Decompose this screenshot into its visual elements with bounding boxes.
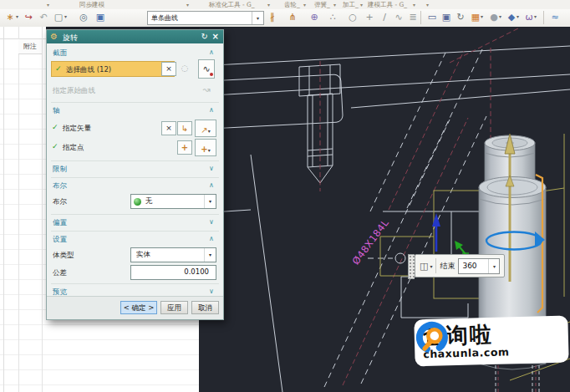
menu-item-standard-tools[interactable]: 标准化工具 - G_ bbox=[209, 1, 255, 9]
caret-icon[interactable]: ▾ bbox=[16, 13, 18, 19]
chevron-down-icon[interactable]: ▾ bbox=[252, 12, 263, 24]
collapse-chevron-icon[interactable]: ∧ bbox=[209, 48, 214, 56]
expand-chevron-icon[interactable]: ∨ bbox=[209, 165, 214, 172]
body-type-dropdown[interactable]: 实体 ▾ bbox=[130, 247, 216, 262]
undo-icon[interactable]: ↶ bbox=[37, 10, 50, 24]
show-hide-icon[interactable]: ◎ bbox=[77, 10, 90, 24]
plus-icon[interactable]: + bbox=[363, 10, 376, 24]
end-angle-value: 360 bbox=[462, 262, 476, 270]
limits-group-label: 限制 bbox=[53, 165, 67, 175]
menu-caret-icon[interactable]: ▾ bbox=[47, 2, 49, 8]
vector-deselect-button[interactable]: × bbox=[161, 121, 176, 135]
toolbar-separator bbox=[420, 11, 421, 24]
check-icon: ✓ bbox=[52, 142, 59, 150]
hook-arrow-icon: ↳ bbox=[181, 124, 188, 133]
menu-item-modeling-tools[interactable]: 建模工具 - G_ bbox=[368, 1, 407, 9]
menu-caret-icon[interactable]: ▾ bbox=[267, 2, 270, 8]
origin-curve-button[interactable]: ↝ bbox=[198, 82, 215, 99]
section-icon[interactable]: ≈ bbox=[548, 10, 562, 24]
settings-group-label: 设置 bbox=[53, 235, 67, 245]
snap-point-icon[interactable]: ⊕ bbox=[308, 10, 321, 24]
dialog-title-bar[interactable]: ⚙ 旋转 ↻ × bbox=[47, 30, 223, 43]
point-type-dropdown[interactable]: +▾ bbox=[195, 139, 216, 156]
menu-caret-icon[interactable]: ▾ bbox=[360, 2, 363, 8]
circle-icon[interactable]: ○ bbox=[346, 10, 359, 24]
menu-caret-icon[interactable]: ▾ bbox=[426, 2, 429, 8]
divider bbox=[51, 231, 219, 232]
slash-icon[interactable]: / bbox=[378, 10, 391, 24]
window-fit-icon[interactable]: ▣ bbox=[440, 10, 453, 24]
vector-dialog-button[interactable]: ↳ bbox=[177, 121, 192, 135]
close-icon[interactable]: × bbox=[212, 32, 219, 41]
caret-icon[interactable]: ▾ bbox=[534, 13, 537, 19]
expand-chevron-icon[interactable]: ∨ bbox=[209, 218, 214, 226]
apply-button[interactable]: 应用 bbox=[160, 301, 188, 314]
cross-icon: × bbox=[165, 64, 172, 73]
snap-options-icon[interactable]: ∴ bbox=[326, 10, 339, 24]
red-dot-icon bbox=[210, 73, 213, 76]
ok-button[interactable]: < 确定 > bbox=[120, 301, 157, 314]
graphics-viewport[interactable]: Ø48X184L ◫ ▾ 结束 360 ▾ 查询啦 chaxu bbox=[199, 28, 570, 392]
chevron-down-icon: ▾ bbox=[488, 259, 499, 273]
refresh-icon[interactable]: ↻ bbox=[454, 10, 467, 24]
section-option-button[interactable]: ◫ ▾ bbox=[420, 261, 432, 272]
end-angle-label: 结束 bbox=[440, 261, 455, 272]
tree-icon[interactable]: ⋔ bbox=[286, 10, 299, 24]
collapse-chevron-icon[interactable]: ∧ bbox=[209, 235, 214, 242]
collapse-chevron-icon[interactable]: ∧ bbox=[209, 106, 214, 114]
assembly-icon[interactable]: ▣ bbox=[94, 10, 107, 24]
menu-item-spring[interactable]: 弹簧_ bbox=[314, 1, 330, 9]
curve-rule-button[interactable]: ∿ bbox=[198, 59, 215, 79]
menu-item-machining[interactable]: 加工_ bbox=[343, 1, 359, 9]
curve-rule-combobox[interactable]: 单条曲线 ▾ bbox=[147, 11, 264, 25]
caret-icon[interactable]: ▾ bbox=[64, 13, 67, 19]
check-icon: ✓ bbox=[55, 64, 62, 73]
caret-icon[interactable]: ▾ bbox=[517, 13, 519, 19]
move-face-icon[interactable]: ↪ bbox=[22, 10, 35, 24]
spline-icon[interactable]: ∿ bbox=[392, 10, 405, 24]
mini-toolbar-grip[interactable] bbox=[408, 254, 415, 279]
expand-chevron-icon[interactable]: ∨ bbox=[209, 288, 214, 295]
caret-icon[interactable]: ▾ bbox=[499, 13, 501, 19]
divider bbox=[51, 102, 219, 103]
menu-caret-icon[interactable]: ▾ bbox=[186, 2, 189, 8]
body-type-label: 体类型 bbox=[53, 251, 74, 261]
vector-icon: ↗ bbox=[201, 125, 207, 135]
lasso-icon: ◌ bbox=[181, 64, 189, 73]
window-icon[interactable]: ▭ bbox=[425, 10, 439, 24]
chevron-down-icon: ▾ bbox=[204, 248, 216, 262]
rect-select-icon[interactable]: ▢ bbox=[52, 10, 65, 24]
menu-caret-icon[interactable]: ▾ bbox=[303, 2, 306, 8]
boolean-field-label: 布尔 bbox=[53, 197, 67, 207]
menu-caret-icon[interactable]: ▾ bbox=[413, 2, 415, 8]
boolean-dropdown[interactable]: 无 ▾ bbox=[130, 194, 216, 209]
menu-item-synchronous-modeling[interactable]: 同步建模 bbox=[79, 1, 104, 9]
nx-window: ▾ 同步建模 ▾ 标准化工具 - G_ ▾ 齿轮_ ▾ 弹簧_ ▾ 加工_ ▾ … bbox=[0, 0, 570, 392]
select-curve-row[interactable]: ✓ 选择曲线 (12) bbox=[51, 61, 175, 77]
point-dialog-button[interactable]: + bbox=[177, 140, 192, 155]
column-header-notes[interactable]: 附注 bbox=[18, 39, 42, 54]
collapse-chevron-icon[interactable]: ∧ bbox=[209, 181, 214, 189]
layers-icon[interactable]: ≣ bbox=[406, 10, 420, 24]
vector-type-dropdown[interactable]: ↗▾ bbox=[195, 120, 216, 137]
body-type-value: 实体 bbox=[136, 250, 150, 260]
end-angle-select[interactable]: 360 ▾ bbox=[458, 258, 500, 274]
select-curve-label: 选择曲线 (12) bbox=[66, 65, 111, 75]
boolean-value: 无 bbox=[145, 196, 153, 206]
offset-group-label: 偏置 bbox=[53, 218, 67, 228]
dialog-title: 旋转 bbox=[63, 33, 78, 43]
point-dialog-icon[interactable]: ∗ bbox=[3, 10, 17, 24]
lasso-button[interactable]: ◌ bbox=[177, 62, 192, 76]
deselect-button[interactable]: × bbox=[161, 62, 176, 76]
watermark: 查询啦 chaxunla.com bbox=[414, 316, 568, 367]
toolbar: ∗ ▾ ↪ ↶ ▢ ▾ ◎ ▣ 单条曲线 ▾ ∦ ⋔ ⊕ ∴ ○ + / ∿ ≣… bbox=[0, 9, 570, 28]
tolerance-input[interactable]: 0.0100 bbox=[130, 265, 216, 280]
menu-item-gear[interactable]: 齿轮_ bbox=[284, 1, 300, 9]
reset-icon[interactable]: ↻ bbox=[201, 32, 208, 41]
stop-at-intersection-icon[interactable]: ∦ bbox=[266, 10, 279, 24]
menu-bar: ▾ 同步建模 ▾ 标准化工具 - G_ ▾ 齿轮_ ▾ 弹簧_ ▾ 加工_ ▾ … bbox=[0, 0, 570, 9]
caret-icon[interactable]: ▾ bbox=[481, 13, 483, 19]
chaxunla-logo bbox=[414, 318, 451, 356]
cancel-button[interactable]: 取消 bbox=[191, 301, 219, 314]
menu-caret-icon[interactable]: ▾ bbox=[333, 2, 336, 8]
